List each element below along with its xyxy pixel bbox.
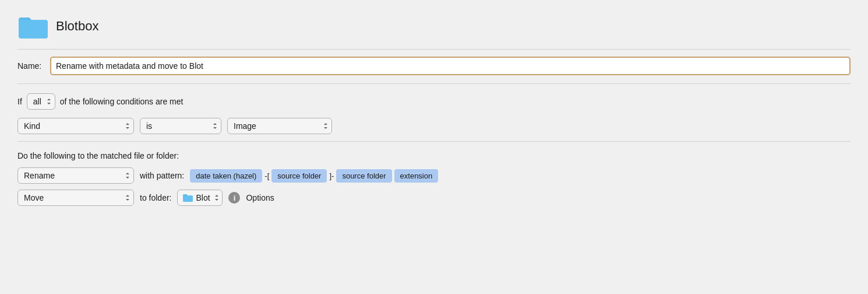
blot-folder-select[interactable]: Blot <box>196 193 222 202</box>
app-title: Blotbox <box>56 19 98 34</box>
main-container: Blotbox Name: If all of the following co… <box>0 0 868 223</box>
conditions-header: If all of the following conditions are m… <box>17 93 851 110</box>
conditions-section: If all of the following conditions are m… <box>17 84 851 142</box>
rename-action-select[interactable]: Rename <box>17 167 134 184</box>
token-extension[interactable]: extension <box>394 169 439 183</box>
image-select[interactable]: Image <box>227 118 332 134</box>
actions-header: Do the following to the matched file or … <box>17 151 851 160</box>
all-conditions-select[interactable]: all <box>27 93 55 110</box>
to-folder-label: to folder: <box>140 193 171 202</box>
is-select[interactable]: is <box>140 118 221 134</box>
separator-2: ]- <box>329 172 334 180</box>
token-date-taken[interactable]: date taken (hazel) <box>190 169 262 183</box>
condition-row: Kind is Image <box>17 118 851 134</box>
if-label: If <box>17 97 22 106</box>
header-row: Blotbox <box>17 14 851 38</box>
folder-small-icon <box>182 193 193 202</box>
folder-icon <box>17 14 48 38</box>
move-action-select[interactable]: Move <box>17 190 134 206</box>
options-label: Options <box>246 193 274 202</box>
name-row: Name: <box>17 50 851 84</box>
name-input[interactable] <box>50 57 851 75</box>
separator-1: -[ <box>264 172 269 180</box>
kind-select[interactable]: Kind <box>17 118 134 134</box>
info-icon: i <box>234 194 236 202</box>
actions-section: Do the following to the matched file or … <box>17 142 851 206</box>
token-source-folder-1[interactable]: source folder <box>271 169 327 183</box>
with-pattern-label: with pattern: <box>140 171 184 180</box>
folder-select-container[interactable]: Blot <box>177 190 223 206</box>
token-source-folder-2[interactable]: source folder <box>336 169 391 183</box>
name-label: Name: <box>17 61 44 71</box>
info-button[interactable]: i <box>228 192 240 204</box>
move-action-row: Move to folder: Blot i Options <box>17 190 851 206</box>
rename-action-row: Rename with pattern: date taken (hazel) … <box>17 167 851 184</box>
pattern-container: date taken (hazel) -[ source folder ]- s… <box>190 169 438 183</box>
conditions-suffix-text: of the following conditions are met <box>60 97 184 106</box>
